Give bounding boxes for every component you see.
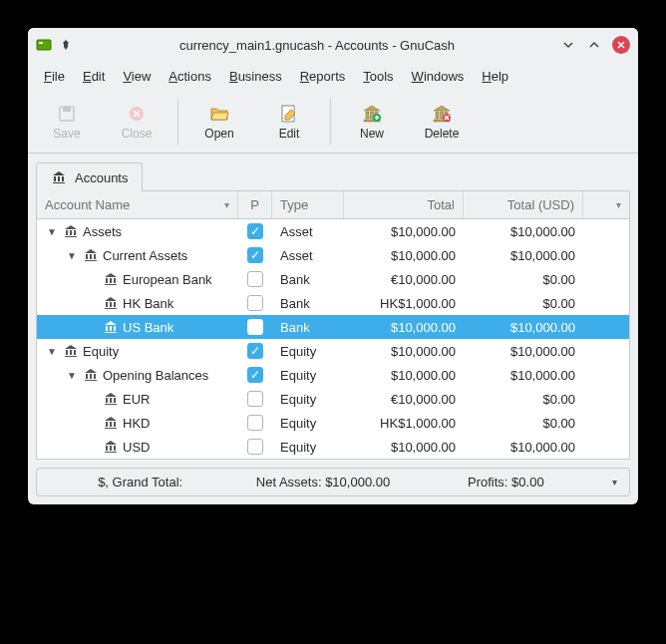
minimize-button[interactable] (560, 37, 576, 53)
account-icon (103, 271, 119, 287)
account-icon (83, 367, 99, 383)
toolbar-edit-button[interactable]: Edit (254, 97, 324, 147)
account-total-usd: $10,000.00 (464, 248, 583, 263)
menu-tools[interactable]: Tools (355, 66, 401, 87)
placeholder-checkbox[interactable]: ✓ (247, 247, 263, 263)
menu-actions[interactable]: Actions (161, 66, 219, 87)
delete-icon (431, 103, 453, 125)
account-tree: Account Name▾ P Type Total Total (USD) ▾… (36, 190, 630, 460)
menu-help[interactable]: Help (474, 66, 516, 87)
account-name: Assets (83, 224, 122, 239)
tab-label: Accounts (75, 170, 128, 185)
account-row[interactable]: US BankBank$10,000.00$10,000.00 (37, 315, 629, 339)
svg-rect-1 (39, 42, 43, 44)
menu-edit[interactable]: Edit (75, 66, 113, 87)
account-row[interactable]: ▼Opening Balances✓Equity$10,000.00$10,00… (37, 363, 629, 387)
account-name: Equity (83, 344, 119, 359)
maximize-button[interactable] (586, 37, 602, 53)
toolbar-open-button[interactable]: Open (184, 97, 254, 147)
account-row[interactable]: European BankBank€10,000.00$0.00 (37, 267, 629, 291)
account-icon (83, 247, 99, 263)
pin-icon[interactable] (58, 37, 74, 53)
menu-windows[interactable]: Windows (404, 66, 473, 87)
placeholder-checkbox[interactable] (247, 391, 263, 407)
toolbar-label: New (360, 127, 384, 141)
account-type: Equity (272, 440, 344, 455)
account-total: HK$1,000.00 (344, 416, 464, 431)
account-row[interactable]: HKDEquityHK$1,000.00$0.00 (37, 411, 629, 435)
account-total: $10,000.00 (344, 248, 464, 263)
toolbar: SaveCloseOpenEditNewDelete (28, 91, 638, 154)
toolbar-separator (177, 99, 178, 145)
summary-bar[interactable]: $, Grand Total: Net Assets: $10,000.00 P… (36, 468, 630, 496)
account-total-usd: $0.00 (464, 392, 583, 407)
placeholder-checkbox[interactable] (247, 295, 263, 311)
account-icon (63, 343, 79, 359)
account-name: European Bank (123, 272, 212, 287)
account-total-usd: $0.00 (464, 416, 583, 431)
menu-file[interactable]: File (36, 66, 73, 87)
placeholder-checkbox[interactable] (247, 415, 263, 431)
expand-arrow-icon[interactable]: ▼ (45, 346, 59, 357)
expand-arrow-icon[interactable]: ▼ (65, 370, 79, 381)
account-total: €10,000.00 (344, 272, 464, 287)
placeholder-checkbox[interactable]: ✓ (247, 367, 263, 383)
profits: Profits: $0.00 (415, 475, 597, 489)
account-row[interactable]: HK BankBankHK$1,000.00$0.00 (37, 291, 629, 315)
account-total-usd: $0.00 (464, 272, 583, 287)
placeholder-checkbox[interactable]: ✓ (247, 223, 263, 239)
titlebar[interactable]: currency_main1.gnucash - Accounts - GnuC… (28, 28, 638, 62)
placeholder-checkbox[interactable]: ✓ (247, 343, 263, 359)
close-icon (126, 103, 148, 125)
account-type: Equity (272, 344, 344, 359)
account-row[interactable]: USDEquity$10,000.00$10,000.00 (37, 435, 629, 459)
account-type: Equity (272, 392, 344, 407)
open-icon (208, 103, 230, 125)
app-window: currency_main1.gnucash - Accounts - GnuC… (28, 28, 638, 504)
account-icon (103, 295, 119, 311)
toolbar-label: Edit (279, 127, 300, 141)
header-type[interactable]: Type (272, 191, 344, 218)
placeholder-checkbox[interactable] (247, 319, 263, 335)
account-icon (103, 415, 119, 431)
menu-view[interactable]: View (115, 66, 159, 87)
placeholder-checkbox[interactable] (247, 439, 263, 455)
save-icon (56, 103, 78, 125)
summary-dropdown-icon[interactable]: ▾ (597, 477, 617, 487)
toolbar-label: Delete (425, 127, 460, 141)
header-account-name[interactable]: Account Name▾ (37, 191, 238, 218)
menu-reports[interactable]: Reports (292, 66, 354, 87)
tab-accounts[interactable]: Accounts (36, 162, 143, 191)
account-total-usd: $10,000.00 (464, 344, 583, 359)
account-total: $10,000.00 (344, 440, 464, 455)
toolbar-separator (330, 99, 331, 145)
header-placeholder[interactable]: P (238, 191, 272, 218)
account-total: HK$1,000.00 (344, 296, 464, 311)
svg-rect-3 (63, 107, 71, 112)
sort-desc-icon: ▾ (224, 199, 229, 210)
toolbar-label: Save (53, 127, 80, 141)
chevron-down-icon: ▾ (616, 199, 621, 210)
menu-business[interactable]: Business (221, 66, 290, 87)
account-total-usd: $10,000.00 (464, 368, 583, 383)
account-type: Bank (272, 296, 344, 311)
placeholder-checkbox[interactable] (247, 271, 263, 287)
header-total[interactable]: Total (344, 191, 464, 218)
account-icon (63, 223, 79, 239)
account-row[interactable]: ▼Equity✓Equity$10,000.00$10,000.00 (37, 339, 629, 363)
header-extra[interactable]: ▾ (583, 191, 629, 218)
account-type: Equity (272, 416, 344, 431)
app-icon (36, 37, 52, 53)
account-row[interactable]: ▼Current Assets✓Asset$10,000.00$10,000.0… (37, 243, 629, 267)
header-total-usd[interactable]: Total (USD) (464, 191, 583, 218)
account-row[interactable]: ▼Assets✓Asset$10,000.00$10,000.00 (37, 219, 629, 243)
close-button[interactable] (612, 36, 630, 54)
toolbar-new-button[interactable]: New (337, 97, 407, 147)
toolbar-delete-button[interactable]: Delete (407, 97, 477, 147)
account-total: $10,000.00 (344, 224, 464, 239)
expand-arrow-icon[interactable]: ▼ (45, 226, 59, 237)
expand-arrow-icon[interactable]: ▼ (65, 250, 79, 261)
account-type: Equity (272, 368, 344, 383)
account-row[interactable]: EUREquity€10,000.00$0.00 (37, 387, 629, 411)
account-name: Opening Balances (103, 368, 208, 383)
